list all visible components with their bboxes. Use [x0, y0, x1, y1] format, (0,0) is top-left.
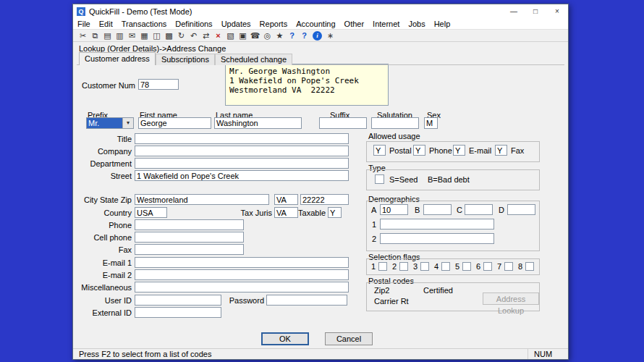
- demo-1-input[interactable]: [380, 219, 494, 230]
- prefix-dropdown-button[interactable]: ▾: [122, 118, 133, 128]
- desktop: Q QuickFill - Demo (Test Mode) — □ × Fil…: [0, 0, 644, 362]
- certified-label: Certified: [423, 286, 453, 295]
- menu-item-edit[interactable]: Edit: [95, 18, 117, 29]
- menu-item-jobs[interactable]: Jobs: [404, 18, 429, 29]
- print-icon[interactable]: ▦: [138, 30, 151, 41]
- menu-item-help[interactable]: Help: [430, 18, 455, 29]
- print-preview-icon[interactable]: ◫: [151, 30, 163, 41]
- first-name-input[interactable]: [138, 117, 211, 129]
- demo-b-input[interactable]: [423, 204, 452, 215]
- toolbar: ✂ ⧉ ▤ ▥ ✉ ▦ ◫ ▩ ↻ ↶ ⇄ × ▧ ▣ ☎ ◎ ★ ? ? i …: [73, 29, 568, 42]
- phone-input[interactable]: [135, 219, 244, 230]
- context-help-icon[interactable]: ?: [298, 30, 310, 41]
- email1-input[interactable]: [135, 257, 349, 268]
- flag-5-checkbox[interactable]: [462, 262, 471, 271]
- demo-c-input[interactable]: [465, 204, 493, 215]
- customer-num-input[interactable]: [138, 79, 179, 90]
- zip-input[interactable]: [300, 194, 349, 205]
- minimize-button[interactable]: —: [503, 4, 525, 18]
- allowed-postal-input[interactable]: [373, 145, 386, 156]
- tab-customer-address[interactable]: Customer address: [79, 52, 156, 65]
- flag-6-checkbox[interactable]: [483, 262, 492, 271]
- last-name-input[interactable]: [214, 117, 302, 129]
- refresh-icon[interactable]: ↻: [175, 30, 187, 41]
- cut-icon[interactable]: ✂: [77, 30, 89, 41]
- allowed-phone-input[interactable]: [413, 145, 425, 156]
- options-icon[interactable]: ∗: [324, 30, 336, 41]
- suffix-input[interactable]: [319, 117, 367, 129]
- allowed-fax-input[interactable]: [495, 145, 507, 156]
- password-input[interactable]: [266, 295, 347, 306]
- company-label: Company: [73, 147, 132, 156]
- flag-2-label: 2: [392, 262, 397, 271]
- miscellaneous-label: Miscellaneous: [73, 283, 132, 292]
- salutation-input[interactable]: [371, 117, 419, 129]
- flag-3-checkbox[interactable]: [420, 262, 429, 271]
- star-icon[interactable]: ★: [274, 30, 286, 41]
- tax-juris-input[interactable]: [274, 207, 298, 218]
- close-button[interactable]: ×: [546, 4, 568, 18]
- seed-label: S=Seed: [389, 175, 418, 184]
- bad-debt-label: B=Bad debt: [428, 175, 470, 184]
- external-id-input[interactable]: [135, 307, 221, 318]
- email2-input[interactable]: [135, 269, 349, 280]
- flag-3-label: 3: [413, 262, 418, 271]
- demo-a-input[interactable]: [380, 204, 408, 215]
- report-icon[interactable]: ▧: [224, 30, 237, 41]
- flag-7-checkbox[interactable]: [504, 262, 513, 271]
- flag-1-checkbox[interactable]: [378, 262, 387, 271]
- title-input[interactable]: [135, 133, 349, 144]
- window-title: QuickFill - Demo (Test Mode): [89, 7, 192, 16]
- menu-item-internet[interactable]: Internet: [368, 18, 404, 29]
- phone-icon[interactable]: ☎: [249, 30, 261, 41]
- flag-4-checkbox[interactable]: [441, 262, 450, 271]
- prefix-combo[interactable]: Mr. ▾: [86, 117, 134, 129]
- undo-icon[interactable]: ↶: [187, 30, 200, 41]
- type-checkbox[interactable]: [375, 174, 384, 184]
- cancel-button[interactable]: Cancel: [325, 332, 373, 345]
- transfer-icon[interactable]: ⇄: [200, 30, 212, 41]
- menu-item-reports[interactable]: Reports: [255, 18, 292, 29]
- state-input[interactable]: [274, 194, 298, 205]
- copy-icon[interactable]: ⧉: [89, 30, 101, 41]
- flag-2-checkbox[interactable]: [399, 262, 408, 271]
- taxable-input[interactable]: [328, 207, 342, 218]
- company-input[interactable]: [135, 146, 349, 156]
- delete-icon[interactable]: ×: [212, 30, 224, 41]
- menu-item-file[interactable]: File: [73, 18, 95, 29]
- status-bar: Press F2 to select from a list of codes …: [73, 348, 568, 359]
- sex-input[interactable]: [424, 117, 438, 129]
- customer-record-icon[interactable]: ▥: [114, 30, 126, 41]
- info-icon[interactable]: i: [313, 31, 322, 41]
- cell-phone-input[interactable]: [135, 232, 244, 243]
- maximize-button[interactable]: □: [525, 4, 546, 18]
- mail-icon[interactable]: ✉: [126, 30, 138, 41]
- tab-subscriptions[interactable]: Subscriptions: [156, 54, 215, 65]
- demo-b-label: B: [415, 206, 420, 214]
- demo-2-input[interactable]: [380, 233, 494, 244]
- street-input[interactable]: [135, 170, 349, 181]
- tab-scheduled-change[interactable]: Scheduled change: [215, 54, 292, 65]
- lookup-icon[interactable]: ◎: [261, 30, 274, 41]
- menu-item-updates[interactable]: Updates: [217, 18, 255, 29]
- menu-item-definitions[interactable]: Definitions: [171, 18, 216, 29]
- city-input[interactable]: [135, 194, 269, 205]
- flag-8-checkbox[interactable]: [525, 262, 534, 271]
- ok-button[interactable]: OK: [261, 332, 309, 345]
- menu-item-accounting[interactable]: Accounting: [292, 18, 339, 29]
- demo-d-input[interactable]: [507, 204, 535, 215]
- help-icon[interactable]: ?: [286, 30, 298, 41]
- miscellaneous-input[interactable]: [135, 282, 349, 292]
- labels-icon[interactable]: ▩: [163, 30, 175, 41]
- address-lookup-button[interactable]: Address Lookup: [483, 292, 539, 305]
- menu-item-other[interactable]: Other: [340, 18, 369, 29]
- fax-input[interactable]: [135, 244, 244, 255]
- invoice-icon[interactable]: ▣: [237, 30, 249, 41]
- user-id-input[interactable]: [135, 295, 221, 306]
- country-input[interactable]: [135, 207, 167, 218]
- department-input[interactable]: [135, 158, 349, 169]
- paste-icon[interactable]: ▤: [101, 30, 114, 41]
- menu-item-transactions[interactable]: Transactions: [117, 18, 171, 29]
- carrier-rt-label: Carrier Rt: [374, 297, 409, 306]
- allowed-email-input[interactable]: [453, 145, 465, 156]
